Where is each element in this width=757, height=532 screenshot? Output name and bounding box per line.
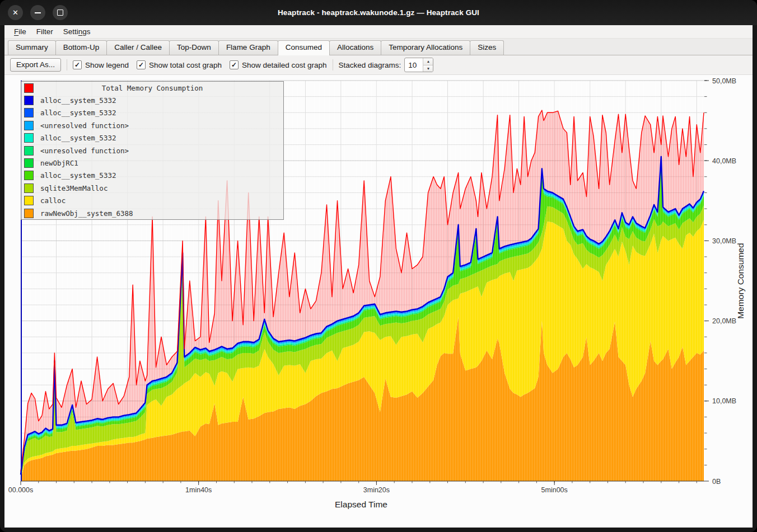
legend-item: newObjRC1 [21, 157, 283, 169]
checkmark-icon: ✓ [137, 60, 146, 69]
minimize-button[interactable] [30, 5, 45, 20]
legend-label: alloc__system_5332 [40, 171, 116, 180]
checkbox-label: Show legend [85, 61, 129, 69]
legend-item: calloc [21, 195, 283, 207]
y-tick-label: 30,0MB [712, 237, 736, 245]
legend-item: rawNewObj__system_6388 [21, 207, 283, 219]
x-tick-label: 5min00s [541, 486, 568, 494]
chart-legend: Total Memory Consumptionalloc__system_53… [21, 81, 284, 220]
legend-swatch [24, 146, 34, 156]
checkbox-label: Show total cost graph [149, 61, 222, 69]
legend-item: sqlite3MemMalloc [21, 182, 283, 194]
legend-swatch [24, 158, 34, 168]
x-tick-label: 00.000s [8, 486, 33, 494]
x-tick-label: 3min20s [363, 486, 390, 494]
spin-up-button[interactable]: ▲ [423, 58, 433, 65]
legend-item: alloc__system_5332 [21, 107, 283, 119]
maximize-button[interactable] [53, 5, 68, 20]
legend-item: <unresolved function> [21, 144, 283, 157]
tab-top-down[interactable]: Top-Down [169, 40, 219, 55]
legend-item: alloc__system_5332 [21, 170, 283, 182]
tab-consumed[interactable]: Consumed [278, 40, 330, 55]
legend-label: alloc__system_5332 [40, 134, 116, 142]
legend-label: calloc [40, 196, 66, 205]
legend-item: <unresolved function> [21, 119, 283, 131]
menu-bar: FileFilterSettings [4, 25, 753, 39]
y-tick-label: 50,0MB [712, 77, 736, 85]
toolbar-separator [333, 59, 333, 70]
checkbox-show-detailed-cost-graph[interactable]: ✓Show detailed cost graph [230, 60, 327, 69]
checkmark-icon: ✓ [230, 60, 239, 69]
legend-label: sqlite3MemMalloc [40, 184, 108, 192]
checkbox-show-legend[interactable]: ✓Show legend [73, 60, 129, 69]
toolbar-separator [67, 59, 67, 70]
legend-item: Total Memory Consumption [21, 82, 283, 94]
app-window: ✕ Heaptrack - heaptrack.wakunode.1.gz — … [0, 0, 757, 532]
y-tick-label: 40,0MB [712, 157, 736, 165]
legend-label: alloc__system_5332 [40, 96, 116, 105]
spin-down-button[interactable]: ▼ [423, 65, 433, 72]
window-title: Heaptrack - heaptrack.wakunode.1.gz — He… [0, 8, 757, 17]
title-bar: ✕ Heaptrack - heaptrack.wakunode.1.gz — … [0, 0, 757, 25]
tab-bar: SummaryBottom-UpCaller / CalleeTop-DownF… [4, 39, 753, 55]
export-as-button[interactable]: Export As... [10, 58, 61, 72]
close-button[interactable]: ✕ [8, 5, 23, 20]
legend-label: <unresolved function> [40, 121, 129, 130]
stacked-diagrams-spinbox[interactable]: 10 ▲ ▼ [404, 58, 433, 72]
stacked-diagrams-value: 10 [405, 58, 423, 72]
y-axis-title: Memory Consumed [736, 243, 745, 318]
y-tick-label: 0B [712, 478, 721, 486]
y-tick-label: 20,0MB [712, 317, 736, 325]
checkbox-label: Show detailed cost graph [242, 61, 327, 69]
legend-label: newObjRC1 [40, 159, 78, 167]
tab-caller-callee[interactable]: Caller / Callee [106, 40, 170, 55]
consumed-chart[interactable]: 00.000s1min40s3min20s5min00s0B10,0MB20,0… [4, 75, 753, 528]
checkbox-show-total-cost-graph[interactable]: ✓Show total cost graph [137, 60, 222, 69]
maximize-icon [57, 10, 63, 16]
tab-bottom-up[interactable]: Bottom-Up [55, 40, 108, 55]
legend-label: alloc__system_5332 [40, 109, 116, 117]
legend-item: alloc__system_5332 [21, 132, 283, 144]
menu-item-file[interactable]: File [9, 26, 31, 37]
minimize-icon [35, 12, 41, 13]
legend-label: rawNewObj__system_6388 [40, 209, 133, 218]
legend-swatch [24, 96, 34, 105]
checkmark-icon: ✓ [73, 60, 82, 69]
x-axis-title: Elapsed Time [335, 500, 387, 509]
tab-allocations[interactable]: Allocations [329, 40, 381, 55]
tab-summary[interactable]: Summary [8, 40, 56, 55]
menu-item-filter[interactable]: Filter [31, 26, 58, 37]
legend-item: alloc__system_5332 [21, 94, 283, 106]
legend-swatch [24, 133, 34, 143]
legend-swatch [24, 171, 34, 180]
toolbar: Export As... ✓Show legend✓Show total cos… [4, 55, 753, 75]
legend-label: Total Memory Consumption [21, 84, 283, 92]
stacked-diagrams-label: Stacked diagrams: [339, 61, 401, 69]
legend-label: <unresolved function> [40, 147, 129, 155]
y-tick-label: 10,0MB [712, 397, 736, 405]
legend-swatch [24, 121, 34, 130]
legend-swatch [24, 209, 34, 218]
legend-swatch [24, 108, 34, 117]
tab-flame-graph[interactable]: Flame Graph [218, 40, 278, 55]
x-tick-label: 1min40s [185, 486, 212, 494]
menu-item-settings[interactable]: Settings [58, 26, 96, 37]
tab-sizes[interactable]: Sizes [470, 40, 504, 55]
legend-swatch [24, 183, 34, 193]
legend-swatch [24, 196, 34, 205]
tab-temporary-allocations[interactable]: Temporary Allocations [381, 40, 470, 55]
window-content: FileFilterSettings SummaryBottom-UpCalle… [4, 25, 753, 528]
